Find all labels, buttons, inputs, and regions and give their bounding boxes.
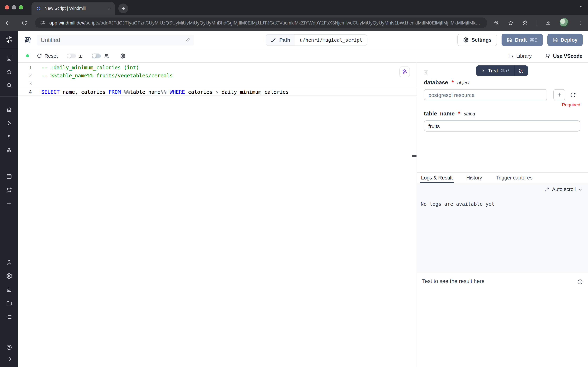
- script-path-chip[interactable]: Path u/henri/magical_script: [266, 34, 367, 46]
- dollar-icon[interactable]: $: [6, 134, 12, 140]
- code-line[interactable]: 3: [18, 80, 417, 88]
- browser-window: New Script | Windmill app.windmill.dev/s…: [0, 0, 588, 367]
- audit-list-icon[interactable]: [6, 314, 12, 320]
- building-icon[interactable]: [6, 55, 12, 61]
- play-icon[interactable]: [6, 120, 12, 126]
- field-name: database: [424, 79, 448, 86]
- capture-icon: [519, 68, 524, 73]
- database-resource-select[interactable]: postgresql resource: [424, 89, 547, 100]
- library-icon: [508, 53, 514, 58]
- minimize-window-button[interactable]: [12, 5, 16, 9]
- line-number: 2: [18, 72, 32, 80]
- result-tabs: Logs & Result History Trigger captures: [417, 173, 588, 183]
- settings-button[interactable]: Settings: [457, 33, 497, 46]
- play-icon: [480, 68, 485, 73]
- code-line[interactable]: 4SELECT name, calories FROM %%table_name…: [18, 88, 417, 96]
- reload-icon[interactable]: [21, 20, 27, 26]
- arrow-right-icon[interactable]: [6, 356, 12, 362]
- code-line[interactable]: 2-- %%table_name%% fruits/vegetables/cer…: [18, 72, 417, 80]
- site-info-icon[interactable]: [40, 20, 45, 25]
- edit-title-pencil-icon[interactable]: [185, 37, 190, 42]
- deploy-button[interactable]: Deploy: [547, 33, 583, 46]
- reset-button[interactable]: Reset: [37, 53, 58, 58]
- download-icon[interactable]: [545, 20, 551, 26]
- database-field-label: database* object: [424, 79, 580, 87]
- star-icon[interactable]: [6, 69, 12, 75]
- refresh-resources-icon[interactable]: [570, 92, 576, 98]
- no-logs-message: No logs are available yet: [421, 201, 583, 207]
- search-icon[interactable]: [6, 82, 12, 89]
- ai-assistant-button[interactable]: [399, 67, 410, 77]
- autoscroll-control[interactable]: Auto scroll: [421, 186, 583, 193]
- folder-icon[interactable]: [6, 300, 12, 307]
- close-window-button[interactable]: [5, 5, 9, 9]
- user-icon[interactable]: [6, 259, 12, 266]
- collapse-panel-icon[interactable]: [423, 70, 429, 75]
- add-resource-button[interactable]: [553, 89, 565, 100]
- browser-menu-icon[interactable]: [577, 20, 583, 26]
- diff-symbol: ±: [79, 53, 82, 59]
- line-number: 4: [18, 88, 32, 95]
- edit-path-pencil-icon[interactable]: [271, 37, 276, 42]
- capture-run-button[interactable]: [514, 66, 528, 76]
- app-sidebar: $: [0, 31, 18, 367]
- browser-toolbar: app.windmill.dev/scripts/add#JTdCJTIyaGF…: [0, 15, 588, 31]
- svg-text:$: $: [8, 134, 10, 139]
- tab-search-icon[interactable]: [579, 4, 584, 9]
- tab-logs-result[interactable]: Logs & Result: [420, 173, 454, 183]
- sidebar-triggers-group: [0, 173, 18, 207]
- extensions-icon[interactable]: [522, 20, 528, 26]
- code-editor[interactable]: 1-- :daily_minimum_calories (int)2-- %%t…: [18, 63, 417, 367]
- sidebar-footer-group: [0, 344, 18, 367]
- back-icon[interactable]: [5, 20, 11, 26]
- windmill-logo[interactable]: [5, 35, 14, 44]
- tab-history[interactable]: History: [465, 173, 483, 183]
- robot-icon[interactable]: [6, 286, 12, 293]
- tab-trigger-captures[interactable]: Trigger captures: [495, 173, 534, 183]
- home-icon[interactable]: [6, 106, 12, 113]
- script-title-input[interactable]: [41, 37, 185, 43]
- expand-logs-icon[interactable]: [545, 187, 549, 192]
- browser-tab[interactable]: New Script | Windmill: [32, 2, 115, 15]
- script-header: Path u/henri/magical_script Settings Dra…: [18, 31, 588, 49]
- diff-mode-toggle[interactable]: [67, 53, 76, 58]
- library-button[interactable]: Library: [508, 53, 532, 58]
- required-marker: *: [452, 79, 454, 86]
- deploy-label: Deploy: [561, 37, 578, 43]
- boxes-icon[interactable]: [6, 147, 12, 154]
- close-tab-icon[interactable]: [107, 6, 111, 11]
- sidebar-workspace-group: [0, 48, 18, 96]
- zoom-icon[interactable]: [494, 20, 499, 26]
- library-label: Library: [516, 53, 532, 58]
- assistants-toggle[interactable]: [92, 53, 101, 58]
- calendar-icon[interactable]: [6, 173, 12, 179]
- required-error: Required: [424, 102, 580, 108]
- use-vscode-button[interactable]: Use VScode: [545, 53, 582, 58]
- draft-button[interactable]: Draft ⌘S: [502, 33, 543, 46]
- help-icon[interactable]: [6, 344, 12, 350]
- code-line[interactable]: 1-- :daily_minimum_calories (int): [18, 64, 417, 72]
- settings-icon[interactable]: [6, 273, 12, 279]
- run-form-section: Test ⌘↵ database* object: [417, 63, 588, 173]
- editor-settings-icon[interactable]: [120, 53, 126, 58]
- script-title-box[interactable]: [37, 34, 194, 45]
- settings-label: Settings: [471, 37, 491, 43]
- test-button[interactable]: Test ⌘↵: [476, 66, 528, 76]
- plus-icon[interactable]: [6, 200, 12, 207]
- zoom-window-button[interactable]: [19, 5, 23, 9]
- header-buttons: Settings Draft ⌘S Deploy: [457, 33, 583, 46]
- table-name-input[interactable]: [424, 120, 580, 132]
- tab-title: New Script | Windmill: [44, 6, 104, 11]
- new-tab-button[interactable]: [118, 3, 128, 13]
- code-text: -- :daily_minimum_calories (int): [32, 64, 139, 72]
- info-icon[interactable]: [577, 279, 583, 285]
- check-icon: [579, 187, 583, 192]
- url-host: app.windmill.dev: [49, 20, 84, 25]
- route-icon[interactable]: [6, 187, 12, 193]
- bookmark-star-icon[interactable]: [508, 20, 514, 26]
- profile-avatar[interactable]: [560, 18, 569, 27]
- tab-strip: New Script | Windmill: [0, 0, 588, 15]
- code-text: SELECT name, calories FROM %%table_name%…: [32, 88, 289, 95]
- address-bar[interactable]: app.windmill.dev/scripts/add#JTdCJTIyaGF…: [35, 17, 487, 28]
- logs-area: Auto scroll No logs are available yet: [417, 183, 588, 273]
